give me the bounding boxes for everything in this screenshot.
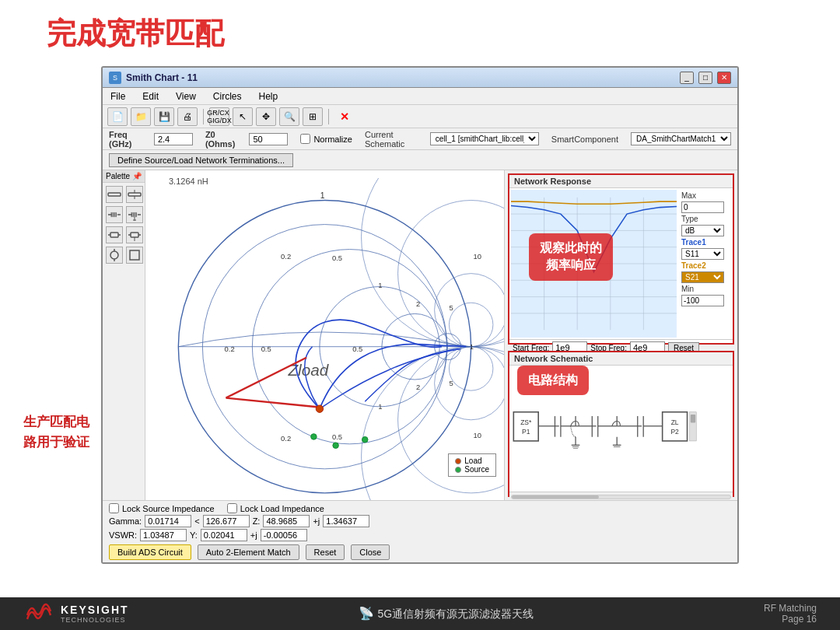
smartcomp-label: SmartComponent bbox=[551, 135, 618, 144]
keysight-text: KEYSIGHT TECHNOLOGIES bbox=[61, 604, 129, 624]
source-dot bbox=[455, 467, 461, 473]
svg-rect-12 bbox=[110, 233, 118, 237]
svg-rect-1 bbox=[128, 193, 141, 196]
j2-input[interactable] bbox=[261, 529, 307, 541]
footer-page: Page 16 bbox=[764, 614, 817, 625]
define-button[interactable]: Define Source/Load Network Terminations.… bbox=[109, 153, 293, 167]
palette-item-8[interactable] bbox=[126, 247, 143, 264]
max-input[interactable] bbox=[681, 201, 724, 213]
left-annotation-line1: 生产匹配电 bbox=[23, 412, 89, 432]
separator-1 bbox=[203, 109, 204, 124]
min-input[interactable] bbox=[681, 295, 724, 306]
keysight-logo: KEYSIGHT TECHNOLOGIES bbox=[23, 600, 129, 628]
svg-text:10: 10 bbox=[473, 252, 481, 261]
svg-point-31 bbox=[362, 347, 504, 500]
j-input[interactable] bbox=[323, 515, 369, 527]
auto2-element-button[interactable]: Auto 2-Element Match bbox=[198, 544, 299, 560]
schematic-scrollbar[interactable] bbox=[509, 492, 733, 500]
build-ads-button[interactable]: Build ADS Circuit bbox=[109, 544, 191, 560]
select-btn[interactable]: ↖ bbox=[233, 107, 253, 126]
reset-button[interactable]: Reset bbox=[306, 544, 345, 560]
palette-item-4[interactable] bbox=[126, 206, 143, 223]
svg-text:0.5: 0.5 bbox=[261, 345, 271, 353]
angle-input[interactable] bbox=[203, 515, 250, 527]
svg-text:1: 1 bbox=[470, 342, 474, 351]
plusj-label: +j bbox=[313, 516, 320, 526]
z0-input[interactable] bbox=[249, 133, 288, 145]
close-button[interactable]: ✕ bbox=[717, 72, 731, 84]
palette-item-3[interactable] bbox=[106, 206, 123, 223]
palette-item-1[interactable] bbox=[106, 186, 123, 203]
svg-point-32 bbox=[435, 274, 504, 347]
pan-btn[interactable]: ⊞ bbox=[303, 107, 323, 126]
bottom-area: Lock Source Impedance Lock Load Impedanc… bbox=[103, 500, 737, 562]
window-title: Smith Chart - 11 bbox=[126, 72, 675, 83]
palette-item-6[interactable] bbox=[126, 226, 143, 243]
delete-btn[interactable]: ✕ bbox=[334, 107, 355, 126]
open-btn[interactable]: 📁 bbox=[131, 107, 151, 126]
trace2-select[interactable]: S21 bbox=[681, 271, 724, 283]
plusj2-label: +j bbox=[250, 530, 257, 540]
lock-source-item[interactable]: Lock Source Impedance bbox=[109, 503, 215, 513]
smith-chart-area: 3.1264 nH bbox=[145, 170, 504, 500]
trace2-label: Trace2 bbox=[681, 261, 730, 270]
svg-text:1: 1 bbox=[320, 191, 325, 200]
svg-text:ZS*: ZS* bbox=[520, 418, 532, 426]
close-button-bottom[interactable]: Close bbox=[351, 544, 390, 560]
palette-item-7[interactable] bbox=[106, 247, 123, 264]
smith-chart-svg: 1 0.2 0.5 0.5 5 5 2 2 1 1 0.5 0.5 0.2 0.… bbox=[145, 178, 504, 500]
schematic-content: ZS* P1 bbox=[509, 366, 733, 492]
lock-load-item[interactable]: Lock Load Impedance bbox=[227, 503, 324, 513]
trace1-select[interactable]: S11 bbox=[681, 248, 724, 260]
palette: Palette 📌 bbox=[103, 170, 145, 500]
menu-edit[interactable]: Edit bbox=[139, 90, 162, 103]
menu-help[interactable]: Help bbox=[256, 90, 282, 103]
window-titlebar: S Smith Chart - 11 _ □ ✕ bbox=[103, 68, 737, 88]
svg-rect-15 bbox=[131, 233, 138, 237]
freq-input[interactable] bbox=[154, 133, 193, 145]
maximize-button[interactable]: □ bbox=[698, 72, 712, 84]
vswr-row: VSWR: Y: +j bbox=[109, 529, 731, 541]
y-input[interactable] bbox=[201, 529, 247, 541]
smith-window: S Smith Chart - 11 _ □ ✕ File Edit View … bbox=[101, 66, 739, 564]
svg-rect-72 bbox=[513, 412, 538, 441]
print-btn[interactable]: 🖨 bbox=[177, 107, 198, 126]
network-schematic-panel: Network Schematic ZS* P1 bbox=[508, 351, 734, 497]
normalize-checkbox[interactable] bbox=[300, 134, 310, 144]
smartcomp-select[interactable]: DA_SmithChartMatch1 bbox=[631, 132, 731, 145]
menu-file[interactable]: File bbox=[107, 90, 128, 103]
palette-grid bbox=[103, 183, 145, 267]
svg-text:2: 2 bbox=[416, 299, 420, 308]
svg-text:P2: P2 bbox=[670, 428, 679, 436]
menu-view[interactable]: View bbox=[173, 90, 199, 103]
new-btn[interactable]: 📄 bbox=[107, 107, 128, 126]
angle-symbol: < bbox=[194, 516, 199, 526]
lock-load-checkbox[interactable] bbox=[227, 503, 237, 513]
move-btn[interactable]: ✥ bbox=[256, 107, 276, 126]
gamma-row: Gamma: < Z: +j bbox=[109, 515, 731, 527]
save-btn[interactable]: 💾 bbox=[154, 107, 174, 126]
svg-rect-0 bbox=[108, 193, 121, 196]
palette-item-2[interactable] bbox=[126, 186, 143, 203]
z-input[interactable] bbox=[263, 515, 310, 527]
zoom-btn[interactable]: 🔍 bbox=[279, 107, 299, 126]
keysight-sub: TECHNOLOGIES bbox=[61, 616, 129, 624]
schematic-svg: ZS* P1 bbox=[509, 366, 733, 492]
svg-text:0.5: 0.5 bbox=[352, 345, 362, 353]
svg-text:0.5: 0.5 bbox=[332, 254, 342, 262]
load-dot bbox=[455, 458, 461, 464]
vswr-input[interactable] bbox=[140, 529, 187, 541]
normalize-label: Normalize bbox=[313, 135, 352, 144]
minimize-button[interactable]: _ bbox=[680, 72, 694, 84]
menu-bar: File Edit View Circles Help bbox=[103, 88, 737, 105]
gamma-input[interactable] bbox=[145, 515, 191, 527]
type-select[interactable]: dB bbox=[681, 225, 724, 236]
lock-source-checkbox[interactable] bbox=[109, 503, 119, 513]
menu-circles[interactable]: Circles bbox=[210, 90, 245, 103]
current-schematic-select[interactable]: cell_1 [smithChart_lib:cell_1:schematic]… bbox=[430, 132, 539, 145]
grid-btn[interactable]: GR/CXGIG/DX bbox=[209, 107, 229, 126]
trace1-label: Trace1 bbox=[681, 238, 730, 247]
palette-pin[interactable]: 📌 bbox=[132, 172, 142, 180]
svg-text:0.2: 0.2 bbox=[281, 434, 291, 443]
palette-item-5[interactable] bbox=[106, 226, 123, 243]
